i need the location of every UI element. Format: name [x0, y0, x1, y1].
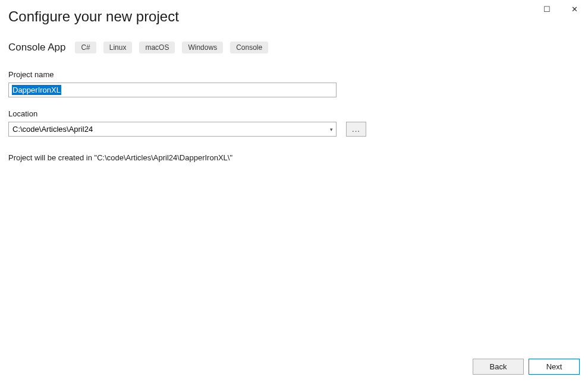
- back-button[interactable]: Back: [473, 359, 524, 375]
- next-button[interactable]: Next: [529, 359, 580, 375]
- project-name-group: Project name DapperIronXL: [8, 70, 580, 97]
- tag-linux: Linux: [103, 42, 133, 53]
- tag-windows: Windows: [182, 42, 223, 53]
- tag-csharp: C#: [75, 42, 96, 53]
- main-content: Configure your new project Console App C…: [0, 0, 588, 162]
- location-label: Location: [8, 109, 580, 118]
- browse-button[interactable]: ...: [346, 122, 366, 137]
- maximize-icon[interactable]: ☐: [533, 0, 561, 18]
- template-row: Console App C# Linux macOS Windows Conso…: [8, 42, 580, 53]
- footer: Back Next: [473, 359, 580, 375]
- page-title: Configure your new project: [8, 8, 580, 25]
- close-icon[interactable]: ✕: [561, 0, 588, 18]
- tag-console: Console: [230, 42, 268, 53]
- project-name-value: DapperIronXL: [12, 85, 61, 95]
- title-bar: ☐ ✕: [533, 0, 588, 18]
- created-in-info: Project will be created in "C:\code\Arti…: [8, 153, 580, 162]
- project-name-label: Project name: [8, 70, 580, 79]
- location-input[interactable]: [8, 122, 337, 137]
- location-group: Location ▾ ...: [8, 109, 580, 137]
- template-name: Console App: [8, 42, 65, 53]
- project-name-input[interactable]: DapperIronXL: [8, 83, 337, 97]
- tag-macos: macOS: [139, 42, 175, 53]
- location-combo[interactable]: ▾: [8, 122, 337, 137]
